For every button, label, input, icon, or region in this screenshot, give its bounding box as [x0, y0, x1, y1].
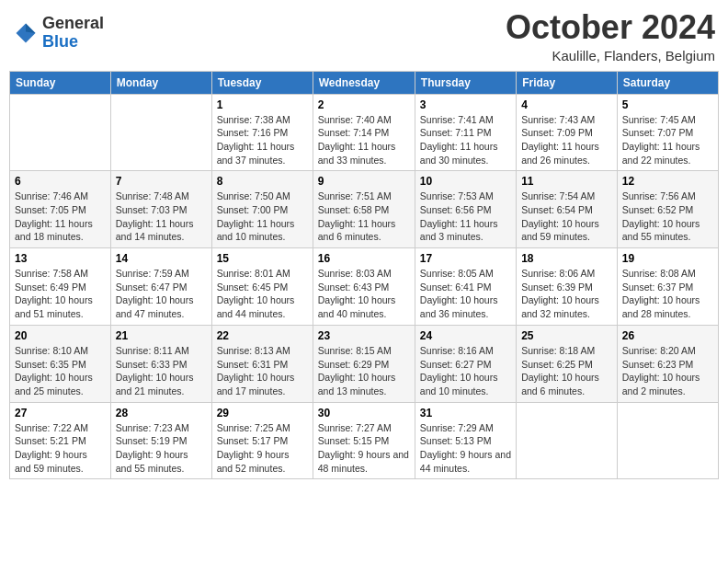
day-info: Sunrise: 8:13 AMSunset: 6:31 PMDaylight:… — [217, 344, 308, 398]
day-number: 17 — [420, 252, 511, 265]
day-number: 12 — [622, 175, 713, 188]
calendar-cell: 10Sunrise: 7:53 AMSunset: 6:56 PMDayligh… — [415, 171, 516, 248]
calendar-cell: 23Sunrise: 8:15 AMSunset: 6:29 PMDayligh… — [313, 325, 415, 402]
calendar-cell: 5Sunrise: 7:45 AMSunset: 7:07 PMDaylight… — [617, 94, 718, 171]
day-info: Sunrise: 8:08 AMSunset: 6:37 PMDaylight:… — [622, 267, 713, 321]
calendar-cell: 11Sunrise: 7:54 AMSunset: 6:54 PMDayligh… — [517, 171, 618, 248]
day-info: Sunrise: 7:48 AMSunset: 7:03 PMDaylight:… — [116, 190, 207, 244]
calendar-cell: 9Sunrise: 7:51 AMSunset: 6:58 PMDaylight… — [313, 171, 415, 248]
logo: General Blue — [13, 15, 104, 52]
calendar-cell: 24Sunrise: 8:16 AMSunset: 6:27 PMDayligh… — [415, 325, 516, 402]
calendar-cell: 4Sunrise: 7:43 AMSunset: 7:09 PMDaylight… — [517, 94, 618, 171]
calendar-cell: 7Sunrise: 7:48 AMSunset: 7:03 PMDaylight… — [110, 171, 211, 248]
calendar-cell: 1Sunrise: 7:38 AMSunset: 7:16 PMDaylight… — [211, 94, 313, 171]
day-info: Sunrise: 7:45 AMSunset: 7:07 PMDaylight:… — [622, 113, 713, 167]
day-number: 3 — [420, 98, 511, 111]
day-number: 7 — [116, 175, 207, 188]
day-info: Sunrise: 8:05 AMSunset: 6:41 PMDaylight:… — [420, 267, 511, 321]
day-number: 26 — [622, 329, 713, 342]
day-number: 18 — [521, 252, 612, 265]
day-info: Sunrise: 7:58 AMSunset: 6:49 PMDaylight:… — [15, 267, 106, 321]
day-number: 2 — [318, 98, 410, 111]
calendar-cell: 16Sunrise: 8:03 AMSunset: 6:43 PMDayligh… — [313, 248, 415, 326]
day-info: Sunrise: 7:59 AMSunset: 6:47 PMDaylight:… — [116, 267, 207, 321]
calendar-cell — [110, 94, 211, 171]
day-number: 16 — [318, 252, 410, 265]
day-info: Sunrise: 8:03 AMSunset: 6:43 PMDaylight:… — [318, 267, 410, 321]
day-info: Sunrise: 7:50 AMSunset: 7:00 PMDaylight:… — [217, 190, 308, 244]
calendar-cell: 6Sunrise: 7:46 AMSunset: 7:05 PMDaylight… — [10, 171, 111, 248]
calendar-cell: 19Sunrise: 8:08 AMSunset: 6:37 PMDayligh… — [617, 248, 718, 326]
calendar-week-row: 20Sunrise: 8:10 AMSunset: 6:35 PMDayligh… — [10, 325, 719, 402]
day-number: 8 — [217, 175, 308, 188]
calendar-cell: 29Sunrise: 7:25 AMSunset: 5:17 PMDayligh… — [211, 402, 313, 479]
calendar-cell: 31Sunrise: 7:29 AMSunset: 5:13 PMDayligh… — [415, 402, 516, 479]
day-info: Sunrise: 8:15 AMSunset: 6:29 PMDaylight:… — [318, 344, 410, 398]
day-number: 19 — [622, 252, 713, 265]
calendar-cell: 2Sunrise: 7:40 AMSunset: 7:14 PMDaylight… — [313, 94, 415, 171]
day-number: 25 — [521, 329, 612, 342]
day-info: Sunrise: 7:40 AMSunset: 7:14 PMDaylight:… — [318, 113, 410, 167]
day-number: 22 — [217, 329, 308, 342]
day-info: Sunrise: 7:46 AMSunset: 7:05 PMDaylight:… — [15, 190, 106, 244]
day-info: Sunrise: 7:27 AMSunset: 5:15 PMDaylight:… — [318, 421, 410, 476]
calendar-cell: 14Sunrise: 7:59 AMSunset: 6:47 PMDayligh… — [110, 248, 211, 326]
calendar-cell: 12Sunrise: 7:56 AMSunset: 6:52 PMDayligh… — [617, 171, 718, 248]
calendar-week-row: 27Sunrise: 7:22 AMSunset: 5:21 PMDayligh… — [10, 402, 719, 479]
calendar-cell: 26Sunrise: 8:20 AMSunset: 6:23 PMDayligh… — [617, 325, 718, 402]
day-number: 27 — [15, 407, 106, 419]
calendar-cell: 27Sunrise: 7:22 AMSunset: 5:21 PMDayligh… — [10, 402, 111, 479]
calendar-cell — [617, 402, 718, 479]
logo-icon — [13, 20, 39, 46]
day-number: 10 — [420, 175, 511, 188]
day-number: 11 — [521, 175, 612, 188]
calendar-cell: 21Sunrise: 8:11 AMSunset: 6:33 PMDayligh… — [110, 325, 211, 402]
day-number: 28 — [116, 407, 207, 419]
day-number: 9 — [318, 175, 410, 188]
title-section: October 2024 Kaulille, Flanders, Belgium — [506, 9, 715, 63]
weekday-header: Sunday — [10, 71, 111, 94]
day-info: Sunrise: 7:54 AMSunset: 6:54 PMDaylight:… — [521, 190, 612, 244]
month-title: October 2024 — [506, 9, 715, 46]
day-number: 6 — [15, 175, 106, 188]
day-number: 31 — [420, 407, 511, 419]
svg-marker-1 — [26, 23, 36, 33]
logo-line1: General — [42, 15, 104, 33]
calendar-cell: 25Sunrise: 8:18 AMSunset: 6:25 PMDayligh… — [517, 325, 618, 402]
calendar-week-row: 13Sunrise: 7:58 AMSunset: 6:49 PMDayligh… — [10, 248, 719, 326]
calendar-cell — [517, 402, 618, 479]
day-info: Sunrise: 7:38 AMSunset: 7:16 PMDaylight:… — [217, 113, 308, 167]
day-info: Sunrise: 8:18 AMSunset: 6:25 PMDaylight:… — [521, 344, 612, 398]
calendar-header-row: SundayMondayTuesdayWednesdayThursdayFrid… — [10, 71, 719, 94]
day-info: Sunrise: 8:11 AMSunset: 6:33 PMDaylight:… — [116, 344, 207, 398]
weekday-header: Wednesday — [313, 71, 415, 94]
weekday-header: Monday — [110, 71, 211, 94]
calendar-cell — [10, 94, 111, 171]
day-info: Sunrise: 7:53 AMSunset: 6:56 PMDaylight:… — [420, 190, 511, 244]
calendar-cell: 17Sunrise: 8:05 AMSunset: 6:41 PMDayligh… — [415, 248, 516, 326]
day-info: Sunrise: 7:43 AMSunset: 7:09 PMDaylight:… — [521, 113, 612, 167]
day-number: 30 — [318, 407, 410, 419]
day-number: 24 — [420, 329, 511, 342]
day-info: Sunrise: 7:29 AMSunset: 5:13 PMDaylight:… — [420, 421, 511, 476]
day-number: 14 — [116, 252, 207, 265]
page-header: General Blue October 2024 Kaulille, Flan… — [9, 9, 719, 63]
day-info: Sunrise: 7:22 AMSunset: 5:21 PMDaylight:… — [15, 421, 106, 476]
day-number: 29 — [217, 407, 308, 419]
day-info: Sunrise: 7:25 AMSunset: 5:17 PMDaylight:… — [217, 421, 308, 476]
day-number: 21 — [116, 329, 207, 342]
calendar-cell: 15Sunrise: 8:01 AMSunset: 6:45 PMDayligh… — [211, 248, 313, 326]
day-info: Sunrise: 8:06 AMSunset: 6:39 PMDaylight:… — [521, 267, 612, 321]
logo-line2: Blue — [42, 33, 104, 52]
day-number: 5 — [622, 98, 713, 111]
day-number: 13 — [15, 252, 106, 265]
calendar-cell: 3Sunrise: 7:41 AMSunset: 7:11 PMDaylight… — [415, 94, 516, 171]
weekday-header: Thursday — [415, 71, 516, 94]
calendar-cell: 30Sunrise: 7:27 AMSunset: 5:15 PMDayligh… — [313, 402, 415, 479]
calendar-cell: 13Sunrise: 7:58 AMSunset: 6:49 PMDayligh… — [10, 248, 111, 326]
day-info: Sunrise: 7:56 AMSunset: 6:52 PMDaylight:… — [622, 190, 713, 244]
location: Kaulille, Flanders, Belgium — [506, 48, 715, 63]
day-number: 20 — [15, 329, 106, 342]
calendar-week-row: 6Sunrise: 7:46 AMSunset: 7:05 PMDaylight… — [10, 171, 719, 248]
day-number: 15 — [217, 252, 308, 265]
